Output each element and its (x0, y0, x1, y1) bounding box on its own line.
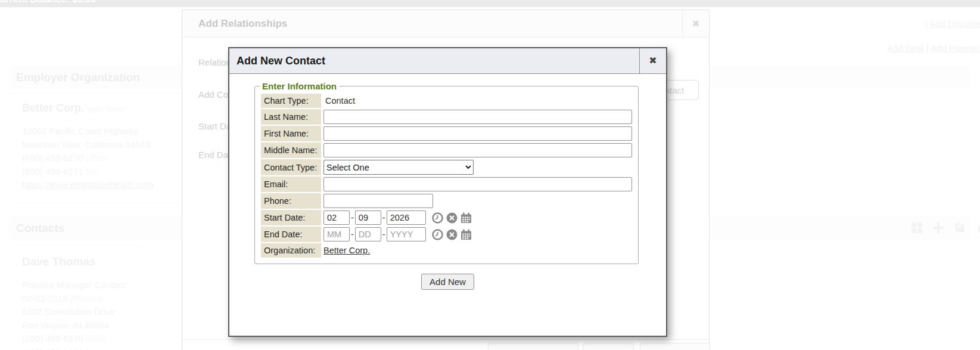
fax-note: fax (86, 347, 98, 350)
contact-address-line2: Fort Wayne, IN 46804 (11, 319, 142, 333)
add-new-contact-header: Add New Contact ✖ (229, 48, 666, 74)
add-deal-link[interactable]: Add Deal (887, 43, 924, 53)
employer-phone: (650) 459-6270 (22, 153, 83, 163)
current-balance-text: Current Balance: $0.00 (0, 0, 96, 7)
table-row: Contact Type: Select One (261, 159, 632, 175)
phone-note: office (86, 153, 107, 163)
contact-fax-row: (260) 459-6271 fax (11, 346, 142, 350)
link-separator: | (924, 43, 931, 53)
quick-links-row-1: | Add Document (925, 18, 980, 29)
organization-link[interactable]: Better Corp. (323, 246, 370, 255)
table-row: Phone: (261, 193, 632, 209)
start-date-row: -- (323, 210, 632, 225)
add-new-button[interactable]: Add New (421, 274, 474, 290)
table-row: End Date: -- (261, 227, 632, 242)
start-date-year-field[interactable] (387, 210, 426, 225)
end-date-month-field[interactable] (323, 227, 350, 241)
close-icon[interactable]: ✖ (682, 10, 709, 37)
date-separator: - (382, 213, 385, 222)
date-separator: - (351, 230, 354, 239)
end-date-day-field[interactable] (355, 227, 381, 241)
enter-information-fieldset: Enter Information Chart Type: Contact La… (254, 81, 639, 264)
table-row: Middle Name: (261, 143, 632, 158)
close-icon[interactable]: ✖ (639, 48, 666, 73)
contact-type-select[interactable]: Select One (323, 160, 474, 175)
last-name-field[interactable] (323, 110, 632, 124)
divider (22, 274, 133, 274)
chart-type-value: Contact (323, 96, 355, 106)
end-date-label: End Date: (261, 227, 321, 242)
contact-form-table: Chart Type: Contact Last Name: First Nam… (260, 92, 633, 259)
date-separator: - (351, 213, 354, 222)
phone-field[interactable] (323, 194, 433, 208)
contact-card: Dave Thomas Practice Manager Contact 02-… (11, 246, 143, 350)
quick-links-row-2: Add Deal | Add Payment (887, 43, 980, 53)
phone-note: office (86, 333, 107, 343)
start-date-label: Start Date: (261, 210, 321, 225)
start-date-day-field[interactable] (355, 210, 381, 225)
table-row: Organization: Better Corp. (261, 243, 632, 258)
table-row: Chart Type: Contact (261, 94, 632, 108)
end-date-year-field[interactable] (387, 227, 426, 241)
add-another-button[interactable]: Add Another (488, 343, 578, 350)
employer-name-note: legal name (87, 104, 125, 113)
employer-name: Better Corp. (22, 102, 84, 114)
employer-fax: (650) 459-6271 (22, 166, 83, 176)
end-date-row: -- (323, 227, 632, 241)
enter-information-legend: Enter Information (260, 81, 339, 91)
clock-icon[interactable] (431, 228, 444, 241)
divider (22, 120, 165, 120)
first-name-label: First Name: (261, 126, 321, 141)
add-payment-link[interactable]: Add Payment (931, 43, 980, 53)
table-row: Start Date: -- (261, 210, 632, 225)
first-name-field[interactable] (323, 126, 632, 141)
address-book-icon[interactable] (953, 221, 966, 234)
middle-name-label: Middle Name: (261, 143, 321, 158)
cancel-button[interactable]: Cancel (640, 343, 710, 350)
save-button[interactable]: Save (583, 343, 634, 350)
clear-date-icon[interactable] (446, 212, 458, 224)
contact-name[interactable]: Dave Thomas (11, 246, 142, 268)
add-document-link[interactable]: Add Document (929, 18, 980, 29)
contact-phone-row: (260) 459-6270 office (11, 332, 142, 346)
calendar-icon[interactable] (460, 228, 472, 241)
last-name-label: Last Name: (261, 109, 321, 125)
phone-label: Phone: (261, 193, 321, 209)
start-date-month-field[interactable] (323, 210, 350, 225)
clock-icon[interactable] (431, 212, 444, 224)
add-new-contact-title: Add New Contact (229, 48, 666, 73)
top-balance-bar: Current Balance: $0.00 (0, 0, 980, 7)
contact-fax: (260) 459-6271 (22, 347, 83, 350)
add-relationships-footer: Add Another Save Cancel (182, 339, 709, 350)
middle-name-field[interactable] (323, 143, 632, 157)
contact-phone: (260) 459-6270 (22, 333, 83, 343)
fax-note: fax (86, 166, 98, 176)
table-row: First Name: (261, 126, 632, 141)
add-new-contact-modal: Add New Contact ✖ Enter Information Char… (228, 47, 667, 337)
contact-type-label: Contact Type: (261, 159, 321, 175)
email-label: Email: (261, 176, 321, 192)
organization-label: Organization: (261, 243, 321, 258)
add-contact-plus-icon[interactable] (932, 221, 945, 234)
date-note: effective (70, 293, 104, 303)
contact-effective-date: 02-02-2016 (22, 293, 68, 303)
contact-address-line1: 6302 Constitution Drive (11, 305, 142, 319)
table-row: Email: (261, 176, 632, 192)
email-field[interactable] (323, 177, 632, 191)
add-relationships-title: Add Relationships (182, 10, 709, 37)
contact-role: Practice Manager Contact (11, 278, 142, 292)
calendar-icon[interactable] (460, 212, 472, 224)
grid-view-icon[interactable] (910, 221, 923, 234)
table-row: Last Name: (261, 109, 632, 125)
clear-date-icon[interactable] (446, 228, 458, 241)
chart-type-label: Chart Type: (261, 94, 321, 108)
employer-website-link[interactable]: https://www.enterprisehealth.com (22, 179, 154, 190)
add-relationships-header: Add Relationships ✖ (182, 10, 709, 38)
contact-date-row: 02-02-2016 effective (11, 292, 142, 306)
date-separator: - (382, 230, 385, 239)
partial-edge-icon[interactable] (975, 221, 980, 234)
